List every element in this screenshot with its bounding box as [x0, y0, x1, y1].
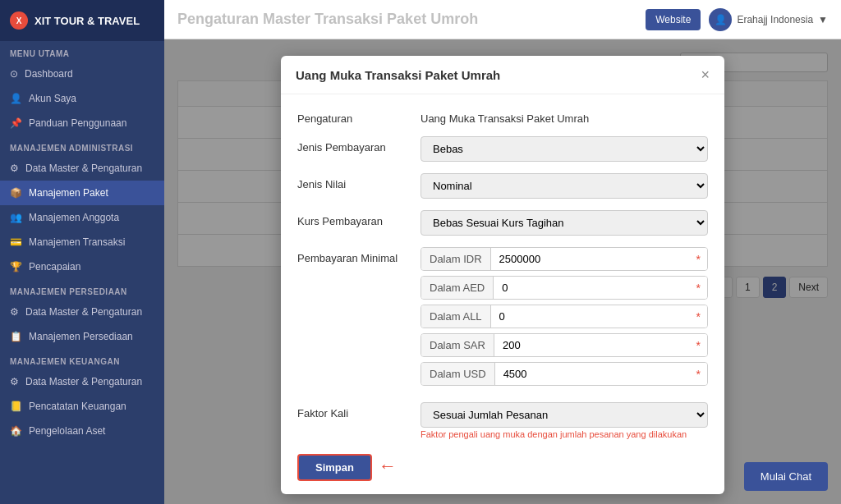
- inventory-icon: 📋: [10, 331, 22, 342]
- form-row-pengaturan: Pengaturan Uang Muka Transaksi Paket Umr…: [297, 108, 708, 125]
- manajemen-keuangan-label: MANAJEMEN KEUANGAN: [0, 349, 164, 369]
- arrow-indicator: ←: [379, 456, 397, 477]
- currency-idr-group: Dalam IDR *: [420, 247, 708, 271]
- chevron-down-icon: ▼: [818, 14, 828, 25]
- settings-icon: ⚙: [10, 163, 19, 174]
- jenis-nilai-label: Jenis Nilai: [297, 173, 420, 190]
- chat-button[interactable]: Mulai Chat: [744, 462, 828, 491]
- required-star: *: [696, 282, 701, 295]
- sidebar-item-label: Akun Saya: [29, 93, 76, 104]
- currency-usd-input[interactable]: [495, 363, 707, 385]
- jenis-pembayaran-label: Jenis Pembayaran: [297, 136, 420, 153]
- manajemen-admin-label: MANAJEMEN ADMINISTRASI: [0, 135, 164, 156]
- app-name: XIT TOUR & TRAVEL: [34, 15, 140, 27]
- user-name: Erahajj Indonesia: [737, 14, 813, 25]
- currency-sar-group: Dalam SAR *: [420, 333, 708, 357]
- sidebar-item-keuangan-master[interactable]: ⚙ Data Master & Pengaturan: [0, 369, 164, 394]
- currency-sar-input[interactable]: [494, 334, 707, 356]
- sidebar-item-manajemen-paket[interactable]: 📦 Manajemen Paket: [0, 181, 164, 205]
- modal-dialog: Uang Muka Transaksi Paket Umrah × Pengat…: [281, 56, 724, 494]
- sidebar: X XIT TOUR & TRAVEL MENU UTAMA ⊙ Dashboa…: [0, 0, 164, 504]
- sidebar-item-label: Data Master & Pengaturan: [25, 306, 142, 318]
- required-star: *: [696, 310, 701, 323]
- sidebar-item-dashboard[interactable]: ⊙ Dashboard: [0, 62, 164, 86]
- required-star: *: [696, 368, 701, 381]
- settings-icon2: ⚙: [10, 306, 19, 318]
- sidebar-item-label: Data Master & Pengaturan: [25, 163, 142, 174]
- sidebar-item-aset[interactable]: 🏠 Pengelolaan Aset: [0, 419, 164, 443]
- content-area: Search: Opsi ✏ ✏ ✏: [164, 39, 841, 504]
- modal-body: Pengaturan Uang Muka Transaksi Paket Umr…: [281, 94, 724, 494]
- sidebar-item-label: Manajemen Paket: [29, 187, 108, 199]
- currency-idr-input[interactable]: [491, 248, 707, 270]
- header-actions: Website 👤 Erahajj Indonesia ▼: [646, 8, 828, 31]
- currency-idr-label: Dalam IDR: [421, 248, 491, 270]
- members-icon: 👥: [10, 212, 22, 223]
- faktor-kali-label: Faktor Kali: [297, 402, 420, 419]
- sidebar-item-manajemen-anggota[interactable]: 👥 Manajemen Anggota: [0, 205, 164, 230]
- modal-close-button[interactable]: ×: [701, 67, 710, 82]
- logo-icon: X: [10, 11, 28, 30]
- sidebar-item-label: Dashboard: [25, 68, 73, 80]
- sidebar-item-data-master[interactable]: ⚙ Data Master & Pengaturan: [0, 156, 164, 181]
- sidebar-item-label: Pengelolaan Aset: [29, 425, 105, 437]
- sidebar-item-label: Manajemen Persediaan: [29, 331, 133, 342]
- pengaturan-value: Uang Muka Transaksi Paket Umrah: [420, 108, 708, 125]
- sidebar-item-akun[interactable]: 👤 Akun Saya: [0, 86, 164, 111]
- currency-usd-label: Dalam USD: [421, 363, 495, 385]
- achievement-icon: 🏆: [10, 261, 22, 273]
- currency-usd-group: Dalam USD *: [420, 362, 708, 386]
- user-menu[interactable]: 👤 Erahajj Indonesia ▼: [709, 8, 828, 31]
- sidebar-item-label: Data Master & Pengaturan: [25, 376, 142, 387]
- page-header: Pengaturan Master Transaksi Paket Umroh …: [164, 0, 841, 39]
- currency-aed-label: Dalam AED: [421, 277, 494, 299]
- currency-all-group: Dalam ALL *: [420, 305, 708, 328]
- website-button[interactable]: Website: [646, 9, 701, 30]
- required-star: *: [696, 339, 701, 352]
- sidebar-item-label: Manajemen Transaksi: [29, 236, 125, 248]
- sidebar-item-label: Panduan Penggunaan: [29, 117, 126, 129]
- sidebar-item-pencatatan[interactable]: 📒 Pencatatan Keuangan: [0, 394, 164, 419]
- faktor-kali-hint: Faktor pengali uang muka dengan jumlah p…: [420, 429, 708, 439]
- sidebar-item-persediaan-master[interactable]: ⚙ Data Master & Pengaturan: [0, 300, 164, 324]
- package-icon: 📦: [10, 187, 22, 199]
- sidebar-item-label: Pencapaian: [29, 261, 80, 273]
- kurs-select[interactable]: Bebas Sesuai Kurs Tagihan IDR AED SAR US…: [420, 210, 708, 236]
- sidebar-item-pencapaian[interactable]: 🏆 Pencapaian: [0, 254, 164, 279]
- sidebar-item-manajemen-persediaan[interactable]: 📋 Manajemen Persediaan: [0, 324, 164, 349]
- currency-sar-label: Dalam SAR: [421, 334, 494, 356]
- form-row-jenis-pembayaran: Jenis Pembayaran Bebas Tetap Persentase: [297, 136, 708, 162]
- sidebar-item-label: Pencatatan Keuangan: [29, 401, 126, 412]
- form-row-pembayaran-minimal: Pembayaran Minimal Dalam IDR * Dalam AED…: [297, 247, 708, 391]
- pembayaran-minimal-label: Pembayaran Minimal: [297, 247, 420, 264]
- settings-icon3: ⚙: [10, 376, 19, 387]
- faktor-kali-select[interactable]: Sesuai Jumlah Pesanan Tetap 1 Tetap 2: [420, 402, 708, 428]
- modal-overlay: Uang Muka Transaksi Paket Umrah × Pengat…: [164, 39, 841, 504]
- main-content: Pengaturan Master Transaksi Paket Umroh …: [164, 0, 841, 504]
- form-row-jenis-nilai: Jenis Nilai Nominal Persentase: [297, 173, 708, 199]
- jenis-nilai-select[interactable]: Nominal Persentase: [420, 173, 708, 199]
- sidebar-item-manajemen-transaksi[interactable]: 💳 Manajemen Transaksi: [0, 230, 164, 254]
- guide-icon: 📌: [10, 117, 22, 129]
- jenis-pembayaran-select[interactable]: Bebas Tetap Persentase: [420, 136, 708, 162]
- avatar: 👤: [709, 8, 732, 31]
- sidebar-item-panduan[interactable]: 📌 Panduan Penggunaan: [0, 111, 164, 135]
- transaction-icon: 💳: [10, 236, 22, 248]
- currency-all-label: Dalam ALL: [421, 305, 491, 328]
- currency-aed-group: Dalam AED *: [420, 276, 708, 300]
- user-icon: 👤: [10, 93, 22, 104]
- page-title: Pengaturan Master Transaksi Paket Umroh: [177, 11, 478, 28]
- form-row-kurs: Kurs Pembayaran Bebas Sesuai Kurs Tagiha…: [297, 210, 708, 236]
- currency-aed-input[interactable]: [494, 277, 707, 299]
- app-logo: X XIT TOUR & TRAVEL: [0, 0, 164, 41]
- ledger-icon: 📒: [10, 401, 22, 412]
- asset-icon: 🏠: [10, 425, 22, 437]
- manajemen-persediaan-label: MANAJEMEN PERSEDIAAN: [0, 279, 164, 300]
- pengaturan-label: Pengaturan: [297, 108, 420, 125]
- modal-title: Uang Muka Transaksi Paket Umrah: [296, 68, 500, 82]
- simpan-button[interactable]: Simpan: [297, 454, 372, 481]
- currency-all-input[interactable]: [491, 305, 707, 328]
- sidebar-item-label: Manajemen Anggota: [29, 212, 119, 223]
- kurs-label: Kurs Pembayaran: [297, 210, 420, 227]
- form-row-faktor-kali: Faktor Kali Sesuai Jumlah Pesanan Tetap …: [297, 402, 708, 439]
